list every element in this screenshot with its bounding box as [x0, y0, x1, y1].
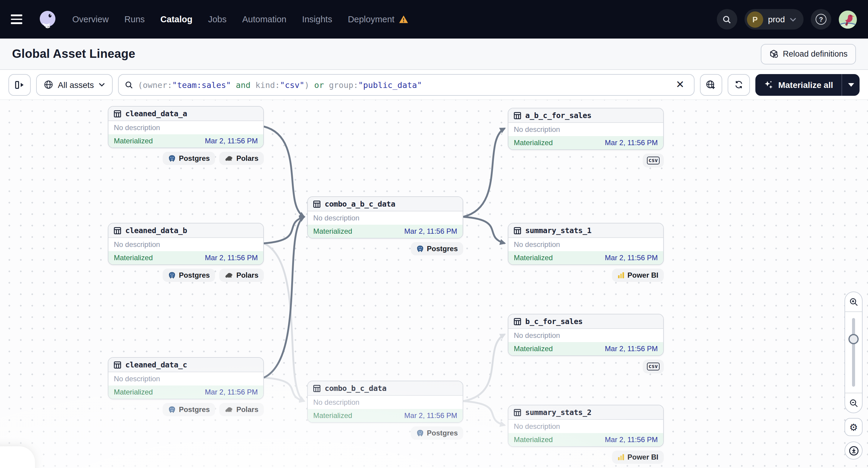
asset-search-input[interactable]: (owner:"team:sales" and kind:"csv") or g…	[118, 74, 694, 95]
asset-timestamp: Mar 2, 11:56 PM	[404, 411, 457, 420]
download-graph-button[interactable]	[844, 441, 863, 460]
graph-settings-button[interactable]: ⚙	[844, 418, 863, 436]
zoom-in-button[interactable]	[845, 292, 862, 311]
postgres-icon	[416, 245, 424, 253]
search-query-text: (owner:"team:sales" and kind:"csv") or g…	[138, 80, 668, 89]
nav-link-label: Insights	[302, 14, 332, 24]
asset-status-row: Materialized Mar 2, 11:56 PM	[108, 385, 263, 399]
zoom-out-button[interactable]	[845, 393, 862, 413]
asset-status: Materialized	[514, 435, 553, 444]
zoom-out-icon	[849, 399, 858, 407]
deployment-initial-badge: P	[747, 11, 763, 27]
powerbi-icon	[617, 454, 624, 461]
asset-description: No description	[108, 121, 263, 134]
asset-node-combo_a_b_c_data[interactable]: combo_a_b_c_data No description Material…	[307, 196, 463, 239]
clear-search-button[interactable]: ✕	[672, 77, 688, 92]
kind-tag-postgres[interactable]: Postgres	[410, 242, 463, 255]
user-avatar[interactable]	[838, 10, 857, 29]
nav-link-automation[interactable]: Automation	[242, 14, 286, 24]
asset-status: Materialized	[114, 137, 153, 145]
nav-link-jobs[interactable]: Jobs	[208, 14, 226, 24]
clear-icon: ✕	[676, 78, 685, 91]
postgres-icon	[168, 406, 176, 413]
kind-tag-powerbi[interactable]: Power BI	[612, 269, 664, 282]
open-sidebar-button[interactable]	[8, 74, 31, 95]
asset-status-row: Materialized Mar 2, 11:56 PM	[308, 225, 463, 238]
postgres-icon	[168, 271, 176, 279]
asset-name: combo_b_c_data	[325, 384, 386, 393]
asset-node-cleaned_data_a[interactable]: cleaned_data_a No description Materializ…	[108, 106, 264, 148]
zoom-slider[interactable]	[845, 311, 862, 393]
asset-name: b_c_for_sales	[525, 317, 583, 326]
asset-node-a_b_c_for_sales[interactable]: a_b_c_for_sales No description Materiali…	[508, 108, 664, 150]
isolate-selection-button[interactable]	[700, 74, 722, 95]
lineage-canvas[interactable]: cleaned_data_a No description Materializ…	[0, 100, 868, 468]
title-bar: Global Asset Lineage Reload definitions	[0, 38, 868, 70]
kind-tag-label: Polars	[237, 405, 258, 414]
asset-node-header: cleaned_data_a	[108, 106, 263, 121]
materialize-all-button[interactable]: Materialize all	[755, 74, 841, 95]
materialize-options-button[interactable]	[841, 74, 860, 95]
kind-tag-polars[interactable]: Polars	[220, 269, 264, 282]
help-button[interactable]: ?	[811, 9, 831, 30]
materialize-split-button: Materialize all	[755, 74, 860, 95]
deployment-name: prod	[768, 14, 785, 24]
asset-kind-tags: PostgresPolars	[108, 403, 264, 416]
menu-icon[interactable]	[11, 9, 31, 30]
kind-tag-polars[interactable]: Polars	[220, 152, 264, 165]
chevron-down-icon	[790, 17, 796, 21]
deployment-switcher[interactable]: P prod	[745, 9, 804, 30]
kind-tag-csv[interactable]: csv	[643, 154, 664, 167]
asset-name: a_b_c_for_sales	[525, 111, 591, 120]
asset-description: No description	[508, 123, 663, 136]
nav-link-insights[interactable]: Insights	[302, 14, 332, 24]
asset-node-cleaned_data_c[interactable]: cleaned_data_c No description Materializ…	[108, 357, 264, 399]
asset-name: cleaned_data_a	[125, 109, 187, 118]
refresh-button[interactable]	[727, 74, 750, 95]
dagster-logo[interactable]	[37, 9, 58, 30]
asset-description: No description	[508, 420, 663, 433]
asset-node-cleaned_data_b[interactable]: cleaned_data_b No description Materializ…	[108, 223, 264, 265]
asset-node-b_c_for_sales[interactable]: b_c_for_sales No description Materialize…	[508, 314, 664, 356]
asset-kind-tags: Postgres	[307, 427, 463, 440]
asset-status: Materialized	[313, 411, 352, 420]
lineage-edge-cleaned_data_a-to-combo_a_b_c_data	[264, 126, 304, 217]
asset-status-row: Materialized Mar 2, 11:56 PM	[508, 433, 663, 446]
asset-node-summary_stats_1[interactable]: summary_stats_1 No description Materiali…	[508, 223, 664, 265]
nav-link-label: Deployment	[348, 14, 395, 24]
kind-tag-postgres[interactable]: Postgres	[163, 269, 215, 282]
asset-node-summary_stats_2[interactable]: summary_stats_2 No description Materiali…	[508, 405, 664, 447]
zoom-slider-handle[interactable]	[848, 334, 859, 344]
kind-tag-postgres[interactable]: Postgres	[163, 152, 215, 165]
asset-status: Materialized	[114, 254, 153, 262]
asset-description: No description	[108, 238, 263, 251]
nav-link-deployment[interactable]: Deployment	[348, 14, 408, 24]
nav-link-label: Jobs	[208, 14, 226, 24]
nav-link-label: Overview	[72, 14, 109, 24]
asset-name: cleaned_data_c	[125, 360, 187, 369]
asset-status: Materialized	[514, 138, 553, 147]
kind-tag-postgres[interactable]: Postgres	[163, 403, 215, 416]
polars-icon	[225, 407, 234, 413]
page-title: Global Asset Lineage	[12, 47, 135, 61]
asset-name: combo_a_b_c_data	[325, 199, 395, 209]
asset-node-combo_b_c_data[interactable]: combo_b_c_data No description Materializ…	[307, 381, 463, 423]
table-icon	[514, 227, 521, 234]
lineage-edge-cleaned_data_b-to-combo_a_b_c_data	[264, 217, 304, 243]
kind-tag-powerbi[interactable]: Power BI	[612, 450, 664, 464]
kind-tag-label: Postgres	[179, 271, 210, 279]
nav-link-overview[interactable]: Overview	[72, 14, 109, 24]
asset-kind-tags: csv	[508, 360, 664, 373]
kind-tag-polars[interactable]: Polars	[220, 403, 264, 416]
refresh-icon	[734, 80, 743, 89]
nav-link-label: Catalog	[160, 14, 192, 24]
search-button[interactable]	[717, 9, 737, 30]
asset-kind-tags: PostgresPolars	[108, 152, 264, 165]
nav-link-runs[interactable]: Runs	[124, 14, 145, 24]
kind-tag-postgres[interactable]: Postgres	[410, 427, 463, 440]
zoom-panel	[844, 291, 863, 413]
kind-tag-csv[interactable]: csv	[643, 360, 664, 373]
reload-definitions-button[interactable]: Reload definitions	[761, 44, 856, 64]
asset-scope-dropdown[interactable]: All assets	[36, 74, 113, 95]
nav-link-catalog[interactable]: Catalog	[160, 14, 192, 24]
